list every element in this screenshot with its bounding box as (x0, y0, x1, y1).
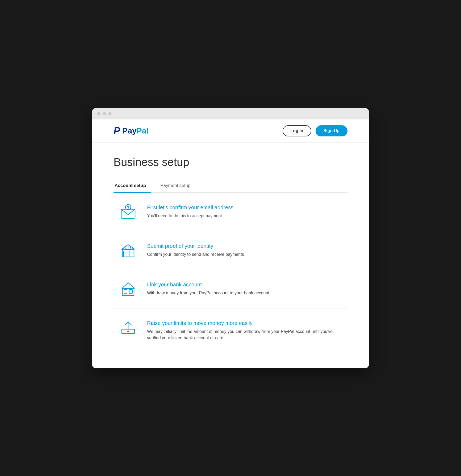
browser-toolbar (92, 108, 369, 119)
paypal-pay: Pay (122, 126, 136, 135)
store-icon (120, 242, 137, 259)
svg-text:$: $ (127, 205, 129, 209)
email-icon-wrap: $ (119, 203, 137, 220)
browser-dot-yellow (103, 112, 106, 115)
step-submit-identity: Submit proof of your identity Confirm yo… (114, 231, 347, 270)
store-icon-wrap (119, 242, 137, 259)
svg-rect-14 (124, 290, 127, 293)
step-confirm-email-desc: You'll need to do this to accept payment (147, 213, 342, 219)
step-submit-identity-title[interactable]: Submit proof of your identity (147, 243, 342, 249)
signup-button[interactable]: Sign Up (316, 125, 347, 136)
browser-dot-red (97, 112, 100, 115)
step-raise-limits-content: Raise your limits to move money more eas… (147, 319, 342, 341)
steps-list: $ First let's confirm your email address… (114, 193, 347, 352)
tabs-container: Account setup Payment setup (114, 179, 347, 193)
site-header: P PayPal Log In Sign Up (92, 119, 369, 143)
bank-icon-wrap (119, 281, 137, 298)
step-confirm-email-content: First let's confirm your email address Y… (147, 203, 342, 219)
svg-line-9 (125, 245, 126, 249)
step-link-bank-desc: Withdraw money from your PayPal account … (147, 290, 342, 296)
svg-rect-6 (123, 251, 127, 257)
step-raise-limits-title[interactable]: Raise your limits to move money more eas… (147, 320, 342, 326)
step-submit-identity-content: Submit proof of your identity Confirm yo… (147, 242, 342, 258)
svg-rect-5 (122, 249, 134, 257)
paypal-logo-text: PayPal (122, 127, 148, 135)
header-actions: Log In Sign Up (283, 125, 347, 136)
step-raise-limits-desc: We may initially limit the amount of mon… (147, 328, 342, 341)
browser-window: P PayPal Log In Sign Up Business setup A… (92, 108, 369, 368)
svg-line-11 (130, 245, 131, 249)
email-icon: $ (120, 203, 137, 220)
paypal-logo-p-icon: P (114, 126, 120, 136)
svg-line-1 (121, 209, 128, 215)
browser-dot-green (108, 112, 112, 115)
svg-rect-7 (129, 251, 133, 257)
tab-payment-setup[interactable]: Payment setup (159, 179, 196, 193)
upload-icon-wrap (119, 319, 137, 336)
bank-icon (120, 281, 137, 298)
step-link-bank-title[interactable]: Link your bank account (147, 282, 342, 288)
step-link-bank-content: Link your bank account Withdraw money fr… (147, 281, 342, 296)
step-confirm-email-title[interactable]: First let's confirm your email address (147, 204, 342, 211)
browser-content: P PayPal Log In Sign Up Business setup A… (92, 119, 369, 368)
svg-rect-15 (129, 290, 132, 293)
paypal-logo: P PayPal (114, 126, 149, 136)
step-confirm-email: $ First let's confirm your email address… (114, 193, 347, 231)
step-submit-identity-desc: Confirm your identity to send and receiv… (147, 251, 342, 258)
login-button[interactable]: Log In (283, 125, 311, 136)
main-content: Business setup Account setup Payment set… (92, 143, 369, 368)
svg-point-18 (127, 331, 129, 332)
step-link-bank: Link your bank account Withdraw money fr… (114, 270, 347, 308)
page-title: Business setup (114, 156, 347, 169)
svg-line-2 (128, 209, 135, 215)
paypal-pal: Pal (137, 126, 149, 135)
step-raise-limits: Raise your limits to move money more eas… (114, 308, 347, 352)
tab-account-setup[interactable]: Account setup (114, 179, 151, 193)
upload-icon (120, 319, 137, 336)
